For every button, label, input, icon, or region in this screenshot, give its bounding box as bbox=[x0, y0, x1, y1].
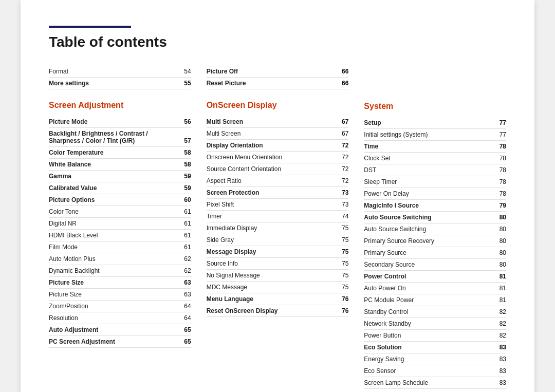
row-number: 81 bbox=[499, 273, 506, 280]
table-row: Auto Source Switching80 bbox=[364, 223, 506, 235]
row-label: Menu Language bbox=[207, 295, 342, 303]
table-row: Picture Size63 bbox=[49, 289, 191, 301]
table-row: Energy Saving83 bbox=[364, 353, 506, 365]
row-number: 77 bbox=[499, 119, 506, 126]
row-label: Immediate Display bbox=[207, 225, 342, 232]
table-row: Auto Power On81 bbox=[364, 283, 506, 294]
row-number: 61 bbox=[184, 208, 191, 215]
row-label: Screen Lamp Schedule bbox=[364, 379, 499, 386]
row-number: 80 bbox=[499, 214, 506, 221]
row-number: 83 bbox=[499, 379, 506, 386]
row-label: Picture Size bbox=[49, 291, 184, 298]
row-number: 61 bbox=[184, 244, 191, 251]
table-row: More settings55 bbox=[49, 78, 191, 89]
table-row: Auto Adjustment65 bbox=[49, 324, 191, 336]
row-label: Source Info bbox=[207, 260, 342, 267]
table-row: Auto Source Switching80 bbox=[364, 212, 506, 223]
table-row: Message Display75 bbox=[207, 246, 349, 258]
table-row: Film Mode61 bbox=[49, 241, 191, 253]
table-row: Picture Size63 bbox=[49, 277, 191, 289]
col3: System Setup77Initial settings (System)7… bbox=[364, 66, 506, 392]
row-label: Eco Solution bbox=[364, 344, 499, 351]
table-row: Reset Picture66 bbox=[207, 78, 349, 89]
table-row: Screen Lamp Schedule83 bbox=[364, 377, 506, 389]
table-row: Setup77 bbox=[364, 117, 506, 129]
col2-top-rows: Picture Off66Reset Picture66 bbox=[207, 66, 349, 89]
row-label: Timer bbox=[207, 213, 342, 220]
row-number: 72 bbox=[342, 177, 348, 184]
row-label: Picture Mode bbox=[49, 118, 184, 125]
col2-rows: Multi Screen67Multi Screen67Display Orie… bbox=[207, 116, 349, 317]
row-number: 82 bbox=[499, 320, 506, 327]
row-label: DST bbox=[364, 166, 499, 174]
table-row: Power Control81 bbox=[364, 271, 506, 283]
row-label: Picture Size bbox=[49, 279, 184, 286]
row-number: 78 bbox=[499, 143, 506, 150]
table-row: Primary Source Recovery80 bbox=[364, 235, 506, 247]
row-label: Source Content Orientation bbox=[207, 165, 342, 173]
table-row: Menu Language76 bbox=[207, 293, 349, 305]
row-label: PC Module Power bbox=[364, 296, 499, 304]
table-row: Auto Motion Plus62 bbox=[49, 253, 191, 265]
row-label: Sleep Timer bbox=[364, 178, 499, 185]
col1-section-title: Screen Adjustment bbox=[49, 101, 191, 110]
table-row: Calibrated Value59 bbox=[49, 182, 191, 194]
row-number: 78 bbox=[499, 155, 506, 162]
table-row: MDC Message75 bbox=[207, 282, 349, 293]
row-number: 57 bbox=[184, 137, 191, 144]
row-number: 83 bbox=[499, 367, 506, 375]
row-label: MagicInfo I Source bbox=[364, 202, 499, 209]
row-number: 73 bbox=[342, 201, 348, 208]
table-row: Color Tone61 bbox=[49, 206, 191, 218]
row-label: Auto Power On bbox=[364, 285, 499, 292]
row-number: 65 bbox=[184, 326, 191, 333]
row-number: 82 bbox=[499, 308, 506, 315]
row-label: Zoom/Position bbox=[49, 303, 184, 310]
row-label: Multi Screen bbox=[207, 130, 342, 137]
table-row: Power Button82 bbox=[364, 330, 506, 342]
col2: Picture Off66Reset Picture66 OnScreen Di… bbox=[207, 66, 364, 392]
table-row: Side Gray75 bbox=[207, 234, 349, 246]
row-number: 72 bbox=[342, 142, 348, 149]
col3-rows: Setup77Initial settings (System)77Time78… bbox=[364, 117, 506, 392]
row-label: PC Screen Adjustment bbox=[49, 338, 184, 345]
row-label: Power Control bbox=[364, 273, 499, 280]
row-label: Backlight / Brightness / Contrast / Shar… bbox=[49, 130, 184, 144]
row-number: 81 bbox=[499, 285, 506, 292]
table-row: Digital NR61 bbox=[49, 218, 191, 230]
row-number: 67 bbox=[342, 130, 348, 137]
table-row: Timer74 bbox=[207, 211, 349, 222]
row-number: 76 bbox=[342, 307, 348, 314]
row-label: Color Temperature bbox=[49, 149, 184, 156]
row-label: Gamma bbox=[49, 173, 184, 180]
table-row: Source Info75 bbox=[207, 258, 349, 270]
row-number: 55 bbox=[184, 80, 191, 87]
table-row: Source Content Orientation72 bbox=[207, 163, 349, 175]
row-number: 61 bbox=[184, 232, 191, 239]
row-number: 76 bbox=[342, 295, 348, 303]
row-label: Secondary Source bbox=[364, 261, 499, 268]
table-row: DST78 bbox=[364, 164, 506, 176]
row-number: 63 bbox=[184, 291, 191, 298]
table-row: Multi Screen67 bbox=[207, 128, 349, 140]
row-label: Resolution bbox=[49, 314, 184, 322]
row-number: 56 bbox=[184, 118, 191, 125]
row-label: Time bbox=[364, 143, 499, 150]
row-label: Aspect Ratio bbox=[207, 177, 342, 184]
table-row: Resolution64 bbox=[49, 312, 191, 324]
table-row: Immediate Display75 bbox=[207, 222, 349, 234]
row-label: Primary Source bbox=[364, 249, 499, 256]
row-label: Standby Control bbox=[364, 308, 499, 315]
row-label: Reset OnScreen Display bbox=[207, 307, 342, 314]
table-row: PC Screen Adjustment65 bbox=[49, 336, 191, 348]
row-label: Color Tone bbox=[49, 208, 184, 215]
row-number: 74 bbox=[342, 213, 348, 220]
row-label: Auto Source Switching bbox=[364, 214, 499, 221]
row-number: 67 bbox=[342, 118, 348, 125]
row-number: 75 bbox=[342, 260, 348, 267]
row-label: Auto Motion Plus bbox=[49, 255, 184, 263]
row-number: 83 bbox=[499, 344, 506, 351]
row-label: No Signal Message bbox=[207, 272, 342, 279]
row-label: Onscreen Menu Orientation bbox=[207, 154, 342, 161]
row-label: Energy Saving bbox=[364, 356, 499, 363]
